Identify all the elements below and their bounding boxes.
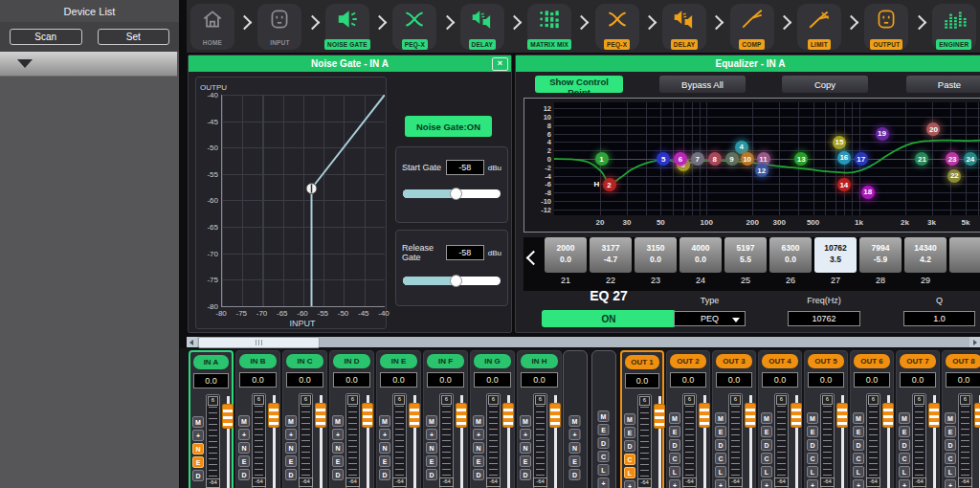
eq-band-cell[interactable]: 7994-5.9 [859, 237, 902, 273]
strip-button-e[interactable]: E [520, 455, 531, 467]
channel-label[interactable]: IN E [380, 354, 417, 368]
strip-button-c[interactable]: C [669, 453, 680, 464]
eq-control-point-6[interactable]: 6 [674, 152, 687, 166]
channel-fader[interactable] [699, 395, 710, 488]
strip-button-c[interactable]: C [624, 454, 635, 465]
release-gate-slider[interactable] [403, 277, 501, 285]
strip-button-m[interactable]: M [285, 415, 297, 427]
strip-button-e[interactable]: E [192, 456, 204, 468]
eq-band-cell[interactable]: 51975.5 [724, 237, 767, 273]
channel-strip-out-2[interactable]: OUT 20.06-64MEDCL+ [666, 350, 710, 488]
strip-button-l[interactable]: L [853, 466, 864, 477]
strip-button-d[interactable]: D [332, 469, 344, 480]
channel-label[interactable]: OUT 2 [670, 354, 706, 368]
fader-handle[interactable] [836, 403, 848, 428]
channel-strip-out-1[interactable]: OUT 10.06-64MEDCL+ [620, 350, 664, 488]
horizontal-scrollbar[interactable] [187, 337, 980, 347]
channel-strip-out-7[interactable]: OUT 70.06-64MEDCL+ [896, 350, 940, 488]
strip-button-c[interactable]: C [945, 453, 956, 464]
release-gate-value[interactable]: -58 [446, 245, 484, 260]
channel-gain-value[interactable]: 0.0 [946, 372, 980, 388]
set-button[interactable]: Set [98, 29, 170, 45]
noise-gate-power-button[interactable]: Noise Gate:ON [405, 116, 492, 137]
start-gate-slider-handle[interactable] [450, 188, 462, 200]
strip-button-e[interactable]: E [285, 455, 297, 467]
fader-handle[interactable] [409, 403, 420, 428]
strip-button-m[interactable]: M [379, 415, 390, 427]
freq-field[interactable]: 10762 [788, 311, 860, 326]
equalizer-dialog-titlebar[interactable]: Equalizer - IN A [516, 55, 980, 72]
channel-fader[interactable] [409, 395, 420, 488]
strip-button-n[interactable]: N [426, 442, 437, 454]
noise-gate-dialog-titlebar[interactable]: Noise Gate - IN A × [189, 55, 511, 72]
toolbar-item-home[interactable]: HOME [190, 4, 234, 50]
channel-fader[interactable] [502, 395, 514, 488]
channel-label[interactable]: IN D [333, 354, 370, 368]
toolbar-item-enginer[interactable]: ENGINER [932, 4, 976, 50]
toolbar-item-delay[interactable]: DELAY [460, 4, 504, 50]
strip-button-l[interactable]: L [669, 466, 680, 477]
eq-control-point-9[interactable]: 9 [725, 152, 739, 166]
scrollbar-thumb[interactable] [198, 337, 320, 348]
channel-fader[interactable] [791, 395, 802, 488]
channel-fader[interactable] [315, 395, 326, 488]
channel-gain-value[interactable]: 0.0 [854, 372, 890, 388]
strip-button-n[interactable]: N [238, 442, 250, 454]
strip-button-d[interactable]: D [669, 439, 680, 451]
channel-gain-value[interactable]: 0.0 [521, 372, 558, 388]
eq-control-point-2[interactable]: 2H [603, 178, 616, 191]
strip-button-e[interactable]: E [569, 455, 581, 467]
eq-control-point-23[interactable]: 23 [946, 152, 959, 166]
eq-control-point-7[interactable]: 7 [691, 152, 704, 166]
strip-button-d[interactable]: D [285, 469, 297, 480]
eq-control-point-24[interactable]: 24 [964, 152, 977, 166]
toolbar-item-output[interactable]: OUTPUT [864, 4, 908, 50]
fader-handle[interactable] [268, 403, 279, 428]
channel-gain-value[interactable]: 0.0 [333, 372, 370, 388]
fader-handle[interactable] [549, 403, 561, 428]
strip-button-n[interactable]: N [569, 442, 581, 454]
strip-button-n[interactable]: N [520, 442, 531, 454]
strip-button-e[interactable]: E [332, 455, 344, 467]
channel-strip-in-b[interactable]: IN B0.06-64M+NED [235, 350, 280, 488]
strip-button-plus[interactable]: + [853, 479, 864, 488]
channel-label[interactable]: IN F [427, 354, 464, 368]
strip-button-m[interactable]: M [569, 415, 581, 427]
channel-label[interactable]: IN C [286, 354, 323, 368]
strip-button-m[interactable]: M [945, 412, 956, 424]
strip-button-d[interactable]: D [899, 439, 910, 451]
strip-button-d[interactable]: D [598, 437, 610, 449]
strip-button-d[interactable]: D [945, 439, 956, 451]
strip-button-d[interactable]: D [520, 469, 531, 480]
strip-button-m[interactable]: M [598, 410, 610, 422]
strip-button-d[interactable]: D [624, 440, 635, 452]
strip-button-d[interactable]: D [473, 469, 484, 480]
strip-button-l[interactable]: L [807, 466, 818, 477]
eq-button-show-control-point[interactable]: Show Control Point [535, 76, 623, 93]
eq-control-point-12[interactable]: 12 [755, 164, 768, 177]
eq-band-cell[interactable]: 63000.0 [769, 237, 812, 273]
toolbar-item-comp[interactable]: COMP [730, 4, 774, 50]
eq-button-bypass-all[interactable]: Bypass All [659, 76, 746, 93]
toolbar-item-matrix-mix[interactable]: MATRIX MIX [527, 4, 571, 50]
fader-handle[interactable] [654, 404, 665, 429]
close-icon[interactable]: × [492, 57, 508, 71]
eq-band-cell[interactable]: 3177-4.7 [590, 237, 632, 273]
eq-band-cell[interactable]: 20000.0 [545, 237, 587, 273]
channel-strip-in-a[interactable]: IN A0.06-64M+NED [189, 350, 234, 488]
strip-button-e[interactable]: E [426, 455, 437, 467]
channel-label[interactable]: OUT 5 [808, 354, 844, 368]
channel-fader[interactable] [928, 395, 940, 488]
eq-band-cell[interactable]: 31500.0 [635, 237, 677, 273]
channel-label[interactable]: IN G [474, 354, 511, 368]
strip-button-c[interactable]: C [715, 453, 726, 464]
toolbar-item-delay[interactable]: DELAY [662, 4, 706, 50]
channel-strip-out-8[interactable]: OUT 80.06-64MEDCL+ [942, 350, 980, 488]
fader-handle[interactable] [745, 403, 756, 428]
noise-gate-plot[interactable] [221, 95, 385, 307]
strip-button-e[interactable]: E [899, 426, 910, 437]
strip-button-m[interactable]: M [715, 412, 726, 424]
strip-button-m[interactable]: M [426, 415, 437, 427]
channel-gain-value[interactable]: 0.0 [193, 373, 229, 388]
strip-button-d[interactable]: D [426, 469, 437, 480]
